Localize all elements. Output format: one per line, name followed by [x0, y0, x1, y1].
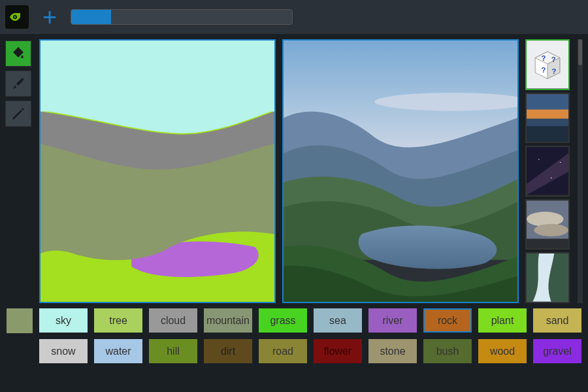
svg-rect-14: [527, 118, 568, 125]
swatch-label: bush: [436, 346, 459, 357]
scrollbar-thumb[interactable]: [578, 39, 582, 65]
swatch-label: tree: [109, 315, 127, 327]
style-sunset[interactable]: [525, 93, 570, 144]
swatch-label: grass: [270, 315, 295, 327]
swatch-label: sea: [329, 315, 346, 327]
nvidia-eye-icon: [9, 12, 25, 22]
palette-row-1: skytreecloudmountaingrassseariverrockpla…: [7, 308, 581, 333]
style-milkyway[interactable]: [525, 146, 570, 197]
milkyway-thumb: [527, 147, 568, 195]
top-bar: +: [0, 0, 588, 34]
dice-icon: ? ? ? ?: [527, 41, 568, 89]
swatch-snow[interactable]: snow: [39, 339, 88, 363]
swatch-river[interactable]: river: [368, 308, 417, 333]
swatch-label: cloud: [161, 315, 186, 327]
svg-rect-3: [41, 41, 274, 112]
swatch-sand[interactable]: sand: [533, 308, 581, 333]
swatch-dirt[interactable]: dirt: [204, 339, 252, 363]
slider-fill: [71, 10, 111, 24]
plus-icon: +: [42, 3, 57, 31]
svg-rect-22: [527, 238, 568, 248]
swatch-label: sand: [546, 315, 569, 327]
swatch-label: dirt: [221, 346, 235, 357]
swatch-label: hill: [167, 346, 180, 357]
top-slider[interactable]: [71, 9, 293, 25]
swatch-plant[interactable]: plant: [478, 308, 527, 333]
fill-tool-button[interactable]: [5, 41, 31, 67]
clouds-thumb: [527, 201, 568, 249]
swatch-label: snow: [51, 346, 75, 357]
swatch-label: rock: [438, 315, 457, 327]
swatch-label: gravel: [543, 346, 572, 357]
swatch-water[interactable]: water: [94, 339, 142, 363]
swatch-label: river: [382, 315, 402, 327]
svg-text:?: ?: [542, 54, 546, 62]
style-waterfall[interactable]: [525, 252, 570, 303]
swatch-label: wood: [490, 346, 515, 357]
segmentation-canvas[interactable]: [39, 39, 276, 303]
svg-text:?: ?: [551, 56, 556, 63]
swatch-gravel[interactable]: gravel: [533, 339, 581, 363]
segmentation-drawing: [41, 41, 274, 302]
swatch-bush[interactable]: bush: [423, 339, 472, 363]
swatch-label: plant: [491, 315, 514, 327]
svg-point-20: [527, 212, 563, 227]
swatch-stone[interactable]: stone: [368, 339, 417, 363]
swatch-flower[interactable]: flower: [314, 339, 362, 363]
swatch-rock[interactable]: rock: [423, 308, 472, 333]
swatch-grass[interactable]: grass: [259, 308, 307, 333]
current-color-swatch: [7, 308, 33, 333]
swatch-label: mountain: [206, 315, 250, 327]
tool-column: [5, 39, 33, 303]
svg-point-1: [14, 16, 16, 18]
swatch-label: water: [105, 346, 131, 357]
swatch-sea[interactable]: sea: [314, 308, 362, 333]
swatch-mountain[interactable]: mountain: [204, 308, 252, 333]
swatch-label: sky: [56, 315, 71, 327]
palette: skytreecloudmountaingrassseariverrockpla…: [0, 308, 588, 370]
svg-point-18: [560, 162, 561, 163]
waterfall-thumb: [527, 253, 568, 302]
swatch-label: flower: [324, 346, 352, 357]
style-column: ? ? ? ?: [525, 39, 571, 303]
add-button[interactable]: +: [38, 5, 61, 29]
style-clouds[interactable]: [525, 199, 570, 250]
brush-icon: [10, 76, 26, 91]
pencil-tool-button[interactable]: [5, 101, 31, 127]
svg-point-21: [534, 224, 568, 237]
swatch-sky[interactable]: sky: [39, 308, 88, 333]
bucket-icon: [10, 46, 26, 61]
swatch-cloud[interactable]: cloud: [149, 308, 197, 333]
pencil-icon: [10, 106, 26, 122]
swatch-hill[interactable]: hill: [149, 339, 197, 363]
sunset-thumb: [527, 94, 568, 142]
swatch-tree[interactable]: tree: [94, 308, 142, 333]
logo-button[interactable]: [5, 5, 29, 29]
swatch-label: stone: [380, 346, 405, 357]
svg-text:?: ?: [542, 66, 546, 74]
svg-point-17: [551, 178, 552, 179]
svg-text:?: ?: [552, 67, 557, 75]
swatch-label: road: [272, 346, 293, 357]
brush-tool-button[interactable]: [5, 71, 31, 97]
svg-point-16: [538, 159, 540, 160]
generated-image: [284, 41, 517, 302]
style-scrollbar[interactable]: [578, 39, 583, 303]
workspace: ? ? ? ?: [0, 34, 588, 308]
palette-row-2: snowwaterhilldirtroadflowerstonebushwood…: [7, 339, 581, 363]
output-canvas: [282, 39, 519, 303]
swatch-road[interactable]: road: [259, 339, 307, 363]
swatch-wood[interactable]: wood: [478, 339, 527, 363]
style-random[interactable]: ? ? ? ?: [525, 39, 570, 90]
